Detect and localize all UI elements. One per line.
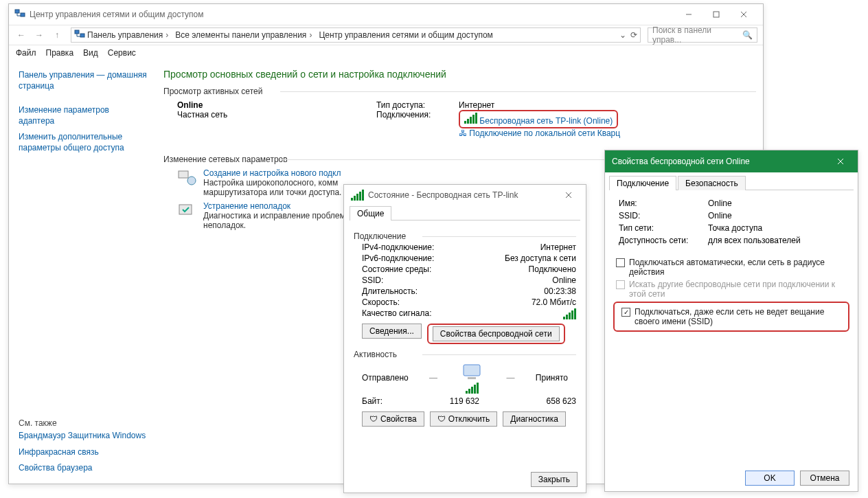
ipv6-label: IPv6-подключение:: [362, 253, 434, 263]
back-button[interactable]: ←: [14, 28, 28, 42]
svg-rect-13: [464, 365, 480, 376]
menu-file[interactable]: Файл: [16, 48, 36, 58]
chevron-down-icon[interactable]: ⌄: [619, 30, 626, 40]
details-button[interactable]: Сведения...: [362, 324, 422, 339]
wifi-signal-icon: [466, 383, 479, 394]
wireless-connection-link[interactable]: Беспроводная сеть TP-link (Online): [479, 116, 613, 126]
wifi-signal-icon: [351, 190, 364, 201]
page-heading: Просмотр основных сведений о сети и наст…: [163, 69, 756, 80]
shield-icon: 🛡: [369, 414, 378, 424]
svg-rect-1: [21, 13, 25, 16]
address-bar: ← → ↑ Панель управления Все элементы пан…: [9, 25, 763, 45]
auto-connect-checkbox[interactable]: Подключаться автоматически, если сеть в …: [616, 258, 849, 277]
sidebar-adapter-settings-link[interactable]: Изменение параметров адаптера: [19, 105, 147, 126]
connect-hidden-ssid-checkbox[interactable]: ✓ Подключаться, даже если сеть не ведет …: [621, 307, 844, 326]
ethernet-connection-link[interactable]: Подключение по локальной сети Кварц: [469, 128, 620, 138]
breadcrumb[interactable]: Панель управления Все элементы панели уп…: [71, 27, 641, 43]
svg-point-9: [187, 177, 196, 185]
ssid-label: SSID:: [619, 211, 708, 220]
close-button[interactable]: [830, 153, 851, 170]
bytes-sent-value: 119 632: [382, 396, 547, 406]
forward-button[interactable]: →: [32, 28, 46, 42]
network-center-icon: [74, 30, 85, 41]
properties-button[interactable]: 🛡Свойства: [362, 411, 424, 427]
network-type: Частная сеть: [177, 110, 349, 120]
tab-connection[interactable]: Подключение: [609, 176, 676, 190]
crumb[interactable]: Центр управления сетями и общим доступом: [317, 30, 495, 40]
ssid-value: Online: [552, 275, 576, 285]
availability-value: для всех пользователей: [708, 236, 801, 245]
dialog-titlebar: Свойства беспроводной сети Online: [605, 150, 858, 172]
sidebar-firewall-link[interactable]: Брандмауэр Защитника Windows: [19, 431, 147, 442]
signal-quality-label: Качество сигнала:: [362, 308, 431, 319]
ssid-value: Online: [708, 211, 732, 220]
cancel-button[interactable]: Отмена: [800, 471, 849, 486]
access-type-label: Тип доступа:: [376, 100, 459, 110]
network-name: Online: [177, 100, 349, 110]
svg-rect-8: [179, 171, 188, 178]
wifi-signal-icon: [563, 308, 576, 319]
highlight-box: Свойства беспроводной сети: [427, 324, 565, 344]
svg-rect-14: [468, 377, 476, 379]
menu-edit[interactable]: Правка: [46, 48, 74, 58]
speed-label: Скорость:: [362, 297, 400, 307]
access-type-value: Интернет: [459, 100, 494, 110]
ipv6-value: Без доступа к сети: [505, 253, 576, 263]
bytes-received-value: 658 623: [547, 396, 576, 406]
connection-group-label: Подключение: [354, 231, 576, 241]
setup-connection-icon: [177, 168, 196, 188]
search-input[interactable]: Поиск в панели управ... 🔍: [648, 27, 757, 43]
bytes-label: Байт:: [362, 396, 382, 406]
svg-rect-3: [713, 12, 719, 17]
ssid-label: SSID:: [362, 275, 383, 285]
connect-hidden-ssid-label: Подключаться, даже если сеть не ведет ве…: [635, 307, 844, 326]
checkbox-icon: [616, 280, 625, 289]
network-type-label: Тип сети:: [619, 223, 708, 233]
setup-connection-title: Создание и настройка нового подкл: [203, 168, 341, 178]
svg-rect-10: [179, 205, 192, 214]
sidebar-sharing-settings-link[interactable]: Изменить дополнительные параметры общего…: [19, 132, 147, 153]
look-other-networks-checkbox: Искать другие беспроводные сети при подк…: [616, 280, 849, 299]
auto-connect-label: Подключаться автоматически, если сеть в …: [629, 258, 849, 277]
sidebar-browser-props-link[interactable]: Свойства браузера: [19, 463, 147, 474]
availability-label: Доступность сети:: [619, 236, 708, 245]
crumb[interactable]: Все элементы панели управления: [173, 30, 317, 40]
crumb[interactable]: Панель управления: [85, 30, 173, 40]
up-button[interactable]: ↑: [50, 28, 64, 42]
close-button[interactable]: [730, 6, 757, 23]
shield-icon: 🛡: [437, 414, 446, 424]
sidebar-infrared-link[interactable]: Инфракрасная связь: [19, 447, 147, 458]
highlight-box: ✓ Подключаться, даже если сеть не ведет …: [613, 302, 849, 332]
sidebar: Панель управления — домашняя страница Из…: [9, 60, 157, 484]
media-state-value: Подключено: [529, 264, 576, 274]
name-value: Online: [708, 199, 732, 208]
search-placeholder: Поиск в панели управ...: [652, 25, 738, 45]
checkbox-icon: [616, 258, 625, 267]
svg-rect-6: [75, 30, 79, 34]
dialog-titlebar: Состояние - Беспроводная сеть TP-link: [344, 185, 586, 205]
checkbox-icon: ✓: [621, 308, 630, 317]
disable-button[interactable]: 🛡Отключить: [430, 411, 498, 427]
look-other-networks-label: Искать другие беспроводные сети при подк…: [629, 280, 849, 299]
close-dialog-button[interactable]: Закрыть: [531, 472, 578, 487]
wifi-status-dialog: Состояние - Беспроводная сеть TP-link Об…: [343, 184, 586, 493]
media-state-label: Состояние среды:: [362, 264, 431, 274]
diagnose-button[interactable]: Диагностика: [503, 411, 566, 427]
tab-security[interactable]: Безопасность: [678, 176, 746, 190]
sidebar-home-link[interactable]: Панель управления — домашняя страница: [19, 70, 147, 91]
received-label: Принято: [536, 373, 568, 383]
wireless-properties-button[interactable]: Свойства беспроводной сети: [433, 326, 560, 341]
ok-button[interactable]: OK: [745, 471, 795, 486]
refresh-icon[interactable]: ⟳: [630, 30, 637, 40]
setup-connection-desc: Настройка широкополосного, комм маршрути…: [203, 178, 341, 197]
active-networks-label: Просмотр активных сетей: [163, 87, 756, 96]
menu-view[interactable]: Вид: [83, 48, 98, 58]
computer-icon: [458, 362, 486, 394]
close-button[interactable]: [558, 187, 579, 203]
svg-rect-0: [15, 10, 19, 13]
tab-general[interactable]: Общие: [350, 206, 391, 220]
ipv4-value: Интернет: [540, 242, 576, 252]
maximize-button[interactable]: [703, 6, 730, 23]
minimize-button[interactable]: [675, 6, 703, 23]
menu-tools[interactable]: Сервис: [108, 48, 136, 58]
